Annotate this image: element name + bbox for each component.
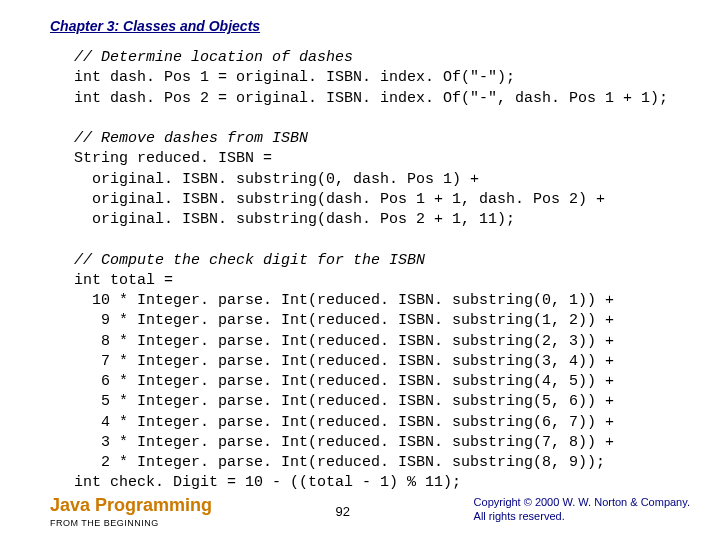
code-line: original. ISBN. substring(0, dash. Pos 1… xyxy=(74,171,479,188)
code-comment: // Compute the check digit for the ISBN xyxy=(74,252,425,269)
code-line: original. ISBN. substring(dash. Pos 2 + … xyxy=(74,211,515,228)
code-line: String reduced. ISBN = xyxy=(74,150,272,167)
brand-block: Java Programming FROM THE BEGINNING xyxy=(50,495,212,528)
code-line: int dash. Pos 1 = original. ISBN. index.… xyxy=(74,69,515,86)
copyright-line2: All rights reserved. xyxy=(474,509,690,523)
code-line: 3 * Integer. parse. Int(reduced. ISBN. s… xyxy=(74,434,614,451)
footer: Java Programming FROM THE BEGINNING 92 C… xyxy=(50,495,690,528)
code-line: int check. Digit = 10 - ((total - 1) % 1… xyxy=(74,474,461,491)
code-comment: // Remove dashes from ISBN xyxy=(74,130,308,147)
code-line: 9 * Integer. parse. Int(reduced. ISBN. s… xyxy=(74,312,614,329)
page-number: 92 xyxy=(336,504,350,519)
brand-title: Java Programming xyxy=(50,495,212,516)
brand-subtitle: FROM THE BEGINNING xyxy=(50,518,212,528)
copyright-line1: Copyright © 2000 W. W. Norton & Company. xyxy=(474,495,690,509)
code-line: 7 * Integer. parse. Int(reduced. ISBN. s… xyxy=(74,353,614,370)
code-line: 5 * Integer. parse. Int(reduced. ISBN. s… xyxy=(74,393,614,410)
code-comment: // Determine location of dashes xyxy=(74,49,353,66)
copyright: Copyright © 2000 W. W. Norton & Company.… xyxy=(474,495,690,524)
code-line: 10 * Integer. parse. Int(reduced. ISBN. … xyxy=(74,292,614,309)
code-line: original. ISBN. substring(dash. Pos 1 + … xyxy=(74,191,605,208)
code-line: 6 * Integer. parse. Int(reduced. ISBN. s… xyxy=(74,373,614,390)
code-line: 8 * Integer. parse. Int(reduced. ISBN. s… xyxy=(74,333,614,350)
code-line: int dash. Pos 2 = original. ISBN. index.… xyxy=(74,90,668,107)
code-line: 4 * Integer. parse. Int(reduced. ISBN. s… xyxy=(74,414,614,431)
code-line: 2 * Integer. parse. Int(reduced. ISBN. s… xyxy=(74,454,605,471)
code-block: // Determine location of dashes int dash… xyxy=(74,48,690,494)
code-line: int total = xyxy=(74,272,173,289)
chapter-title: Chapter 3: Classes and Objects xyxy=(50,18,690,34)
